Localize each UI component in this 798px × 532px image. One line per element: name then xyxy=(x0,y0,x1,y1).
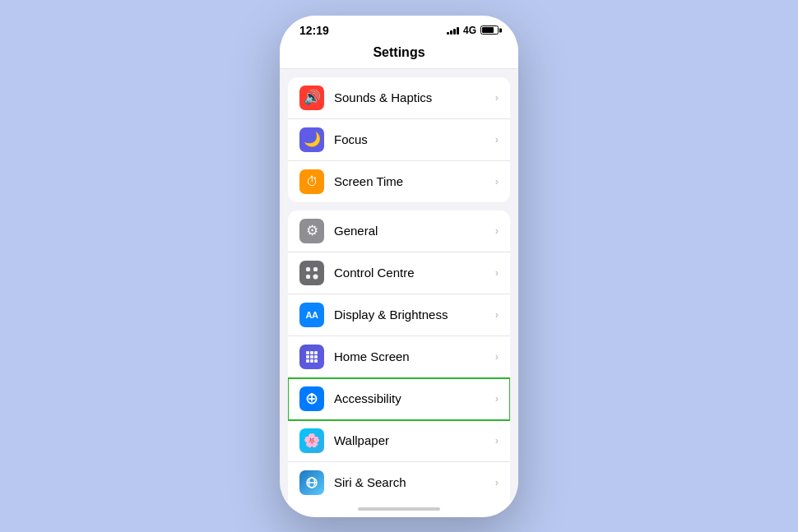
battery-icon xyxy=(480,25,499,35)
display-label: Display & Brightness xyxy=(334,308,495,322)
svg-rect-7 xyxy=(306,355,309,359)
settings-row-home-screen[interactable]: Home Screen › xyxy=(288,336,510,378)
settings-row-siri[interactable]: Siri & Search › xyxy=(288,462,510,501)
control-centre-chevron: › xyxy=(495,266,499,279)
sounds-icon: 🔊 xyxy=(299,86,324,110)
svg-rect-12 xyxy=(314,359,318,363)
settings-row-sounds[interactable]: 🔊 Sounds & Haptics › xyxy=(288,77,510,119)
focus-chevron: › xyxy=(495,133,499,146)
control-centre-label: Control Centre xyxy=(334,266,495,280)
svg-rect-9 xyxy=(314,355,318,359)
network-label: 4G xyxy=(463,25,476,36)
signal-icon xyxy=(447,26,459,35)
sounds-label: Sounds & Haptics xyxy=(334,90,495,104)
accessibility-chevron: › xyxy=(495,392,499,405)
home-screen-chevron: › xyxy=(495,350,499,363)
settings-row-display[interactable]: AA Display & Brightness › xyxy=(288,294,510,336)
display-chevron: › xyxy=(495,308,499,321)
settings-row-focus[interactable]: 🌙 Focus › xyxy=(288,119,510,161)
svg-rect-11 xyxy=(310,359,313,363)
status-icons: 4G xyxy=(447,25,499,36)
settings-row-wallpaper[interactable]: 🌸 Wallpaper › xyxy=(288,420,510,462)
accessibility-icon xyxy=(299,386,324,411)
wallpaper-chevron: › xyxy=(495,434,499,446)
siri-chevron: › xyxy=(495,476,499,488)
siri-label: Siri & Search xyxy=(334,475,495,489)
svg-rect-5 xyxy=(310,351,313,354)
screen-time-chevron: › xyxy=(495,175,499,187)
svg-rect-1 xyxy=(313,267,318,271)
focus-icon: 🌙 xyxy=(299,127,324,152)
wallpaper-icon: 🌸 xyxy=(299,428,324,453)
svg-rect-2 xyxy=(306,275,310,279)
settings-section-1: 🔊 Sounds & Haptics › 🌙 Focus › ⏱ Screen … xyxy=(288,77,510,202)
settings-row-general[interactable]: ⚙ General › xyxy=(288,210,510,252)
svg-rect-10 xyxy=(306,359,309,363)
settings-section-2: ⚙ General › Control Centre › xyxy=(288,210,510,501)
wallpaper-label: Wallpaper xyxy=(334,433,495,447)
control-centre-icon xyxy=(299,261,324,285)
home-indicator xyxy=(358,507,440,511)
settings-scroll[interactable]: 🔊 Sounds & Haptics › 🌙 Focus › ⏱ Screen … xyxy=(280,69,518,501)
svg-point-3 xyxy=(313,274,318,279)
home-screen-icon xyxy=(299,345,324,369)
settings-row-screen-time[interactable]: ⏱ Screen Time › xyxy=(288,161,510,202)
svg-rect-0 xyxy=(306,267,310,271)
general-icon: ⚙ xyxy=(299,219,324,243)
phone-frame: 12:19 4G Settings 🔊 Sounds & Haptics xyxy=(280,16,518,517)
home-bar xyxy=(280,501,518,517)
svg-rect-6 xyxy=(314,351,318,354)
sounds-chevron: › xyxy=(495,91,499,104)
general-label: General xyxy=(334,224,495,238)
settings-row-accessibility[interactable]: Accessibility › xyxy=(288,378,510,420)
svg-rect-4 xyxy=(306,351,309,354)
svg-rect-8 xyxy=(310,355,313,359)
display-icon: AA xyxy=(299,303,324,327)
siri-icon xyxy=(299,470,324,495)
home-screen-label: Home Screen xyxy=(334,349,495,363)
screen-time-icon: ⏱ xyxy=(299,169,324,194)
status-time: 12:19 xyxy=(299,24,329,37)
status-bar: 12:19 4G xyxy=(280,16,518,42)
settings-row-control-centre[interactable]: Control Centre › xyxy=(288,252,510,294)
general-chevron: › xyxy=(495,224,499,237)
focus-label: Focus xyxy=(334,132,495,146)
screen-time-label: Screen Time xyxy=(334,174,495,188)
page-title: Settings xyxy=(280,42,518,69)
accessibility-label: Accessibility xyxy=(334,391,495,405)
